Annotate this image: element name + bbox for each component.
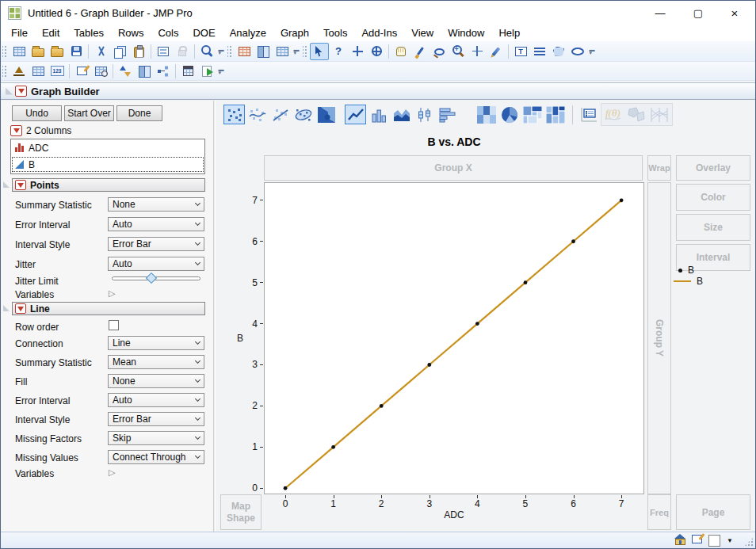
toolbar-grip[interactable]: [2, 64, 8, 78]
legend-item-line[interactable]: B: [674, 276, 703, 287]
missing-values-dropdown[interactable]: Connect Through: [108, 450, 204, 464]
menu-help[interactable]: Help: [491, 25, 527, 40]
help-tool-button[interactable]: ?: [329, 43, 348, 60]
element-contour-button[interactable]: [315, 105, 337, 124]
new-data-table-button[interactable]: [10, 43, 29, 60]
formula-calculator-button[interactable]: [178, 63, 197, 80]
plot-area[interactable]: [264, 182, 644, 494]
size-drop-zone[interactable]: Size: [676, 214, 750, 241]
jitter-limit-slider[interactable]: [112, 273, 200, 284]
open-script-button[interactable]: [29, 43, 48, 60]
annotate-crosshair-button[interactable]: [468, 43, 487, 60]
element-formula-button[interactable]: f(θ): [602, 105, 624, 124]
element-map-shapes-button[interactable]: [625, 105, 647, 124]
run-script-button[interactable]: [197, 63, 216, 80]
element-points-button[interactable]: [223, 105, 245, 124]
color-theme-well[interactable]: [708, 535, 720, 547]
add-data-button[interactable]: [273, 43, 292, 60]
points-summary-statistic-dropdown[interactable]: None: [108, 197, 204, 212]
element-caption-box-button[interactable]: [578, 105, 599, 124]
copy-button[interactable]: [110, 43, 129, 60]
select-edit-button[interactable]: [72, 63, 91, 80]
element-heatmap-button[interactable]: [475, 105, 497, 124]
open-file-button[interactable]: [48, 43, 67, 60]
crosshair-tool-button[interactable]: [367, 43, 386, 60]
element-histogram-button[interactable]: [437, 105, 458, 124]
polygon-annotation-button[interactable]: [549, 43, 568, 60]
data-table-button[interactable]: [235, 43, 254, 60]
line-annotation-button[interactable]: [530, 43, 549, 60]
magnifier-tool-button[interactable]: +: [449, 43, 468, 60]
menu-tables[interactable]: Tables: [67, 25, 111, 40]
element-ellipse-button[interactable]: [292, 105, 314, 124]
element-mosaic-button[interactable]: [544, 105, 566, 124]
preview-table-button[interactable]: [91, 63, 110, 80]
undo-button[interactable]: Undo: [12, 105, 62, 121]
journal-button[interactable]: [154, 43, 173, 60]
lasso-tool-button[interactable]: [430, 43, 449, 60]
map-shape-drop-zone[interactable]: Map Shape: [220, 494, 262, 530]
numeric-format-button[interactable]: 123: [48, 63, 67, 80]
toolbar-overflow-button[interactable]: ▬▾: [216, 63, 226, 79]
oval-annotation-button[interactable]: [568, 43, 587, 60]
freq-drop-zone[interactable]: Freq: [647, 494, 671, 530]
element-line-button[interactable]: [345, 105, 366, 124]
group-y-drop-zone[interactable]: Group Y: [647, 182, 671, 494]
menu-addins[interactable]: Add-Ins: [354, 25, 404, 40]
columns-red-triangle-button[interactable]: [10, 125, 22, 136]
minimize-button[interactable]: —: [643, 1, 678, 25]
move-tool-button[interactable]: [348, 43, 367, 60]
split-tree-button[interactable]: [154, 63, 173, 80]
points-error-interval-dropdown[interactable]: Auto: [108, 217, 204, 231]
points-collapse-triangle[interactable]: [3, 181, 10, 188]
cut-button[interactable]: [91, 43, 110, 60]
menu-view[interactable]: View: [404, 25, 441, 40]
element-box-plot-button[interactable]: [414, 105, 435, 124]
legend-item-points[interactable]: B: [674, 265, 703, 276]
menu-tools[interactable]: Tools: [316, 25, 354, 40]
hand-tool-button[interactable]: [391, 43, 410, 60]
points-red-triangle-button[interactable]: [15, 180, 26, 190]
line-interval-style-dropdown[interactable]: Error Bar: [108, 412, 204, 426]
element-line-of-fit-button[interactable]: [269, 105, 291, 124]
wrap-drop-zone[interactable]: Wrap: [647, 155, 671, 181]
element-bar-button[interactable]: [368, 105, 389, 124]
pencil-tool-button[interactable]: [487, 43, 506, 60]
points-variables-expander[interactable]: ▷: [109, 289, 115, 298]
save-button[interactable]: [67, 43, 86, 60]
text-annotation-button[interactable]: T: [511, 43, 530, 60]
element-treemap-button[interactable]: [521, 105, 543, 124]
page-drop-zone[interactable]: Page: [676, 494, 750, 530]
toolbar-overflow-button[interactable]: ▬▾: [292, 44, 301, 59]
toolbar-grip[interactable]: [303, 44, 308, 59]
row-order-checkbox[interactable]: [109, 320, 119, 330]
arrow-tool-button[interactable]: [310, 43, 329, 60]
menu-window[interactable]: Window: [441, 25, 491, 40]
sort-button[interactable]: [116, 63, 135, 80]
element-pie-button[interactable]: [498, 105, 520, 124]
menu-doe[interactable]: DOE: [185, 25, 222, 40]
home-window-button[interactable]: [675, 534, 685, 547]
line-collapse-triangle[interactable]: [3, 305, 10, 311]
missing-factors-dropdown[interactable]: Skip: [108, 431, 204, 445]
column-switcher-button[interactable]: [254, 43, 273, 60]
line-connection-dropdown[interactable]: Line: [108, 336, 204, 350]
color-drop-zone[interactable]: Color: [676, 184, 750, 211]
search-button[interactable]: [197, 43, 216, 60]
element-smoother-button[interactable]: [246, 105, 268, 124]
column-item-adc[interactable]: ADC: [11, 139, 204, 156]
lock-button[interactable]: [173, 43, 192, 60]
distribution-button[interactable]: [10, 63, 29, 80]
brush-tool-button[interactable]: [410, 43, 430, 60]
toolbar-grip[interactable]: [227, 44, 233, 59]
x-axis[interactable]: 01234567: [264, 495, 644, 511]
tabulate-button[interactable]: [29, 63, 48, 80]
maximize-button[interactable]: ▢: [681, 1, 716, 25]
toolbar-overflow-button[interactable]: ▬▾: [216, 44, 226, 59]
points-jitter-dropdown[interactable]: Auto: [108, 257, 204, 271]
group-x-drop-zone[interactable]: Group X: [264, 155, 643, 181]
menu-file[interactable]: File: [4, 25, 35, 40]
line-error-interval-dropdown[interactable]: Auto: [108, 393, 204, 407]
menu-rows[interactable]: Rows: [111, 25, 151, 40]
overlay-drop-zone[interactable]: Overlay: [676, 155, 750, 181]
